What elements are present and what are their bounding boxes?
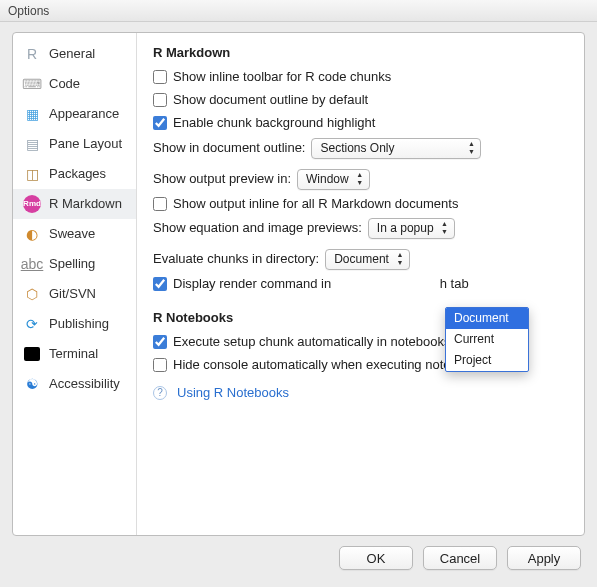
eval-dir-label: Evaluate chunks in directory: [153,250,319,268]
chevron-updown-icon [395,251,405,267]
spelling-icon: abc [23,255,41,273]
chevron-updown-icon [355,171,365,187]
dropdown-option-current[interactable]: Current [446,329,528,350]
package-icon: ◫ [23,165,41,183]
sidebar-item-label: Pane Layout [49,136,122,152]
sidebar-item-label: Packages [49,166,106,182]
chunk-bg-label: Enable chunk background highlight [173,114,375,132]
sweave-icon: ◐ [23,225,41,243]
inline-toolbar-label: Show inline toolbar for R code chunks [173,68,391,86]
terminal-icon [23,345,41,363]
display-render-label: Display render command in ______________… [173,275,469,293]
section-title-rmarkdown: R Markdown [153,45,568,60]
display-render-checkbox[interactable] [153,277,167,291]
accessibility-icon: ☯ [23,375,41,393]
dropdown-option-document[interactable]: Document [446,308,528,329]
window-title: Options [8,4,49,18]
chunk-bg-checkbox[interactable] [153,116,167,130]
inline-toolbar-checkbox[interactable] [153,70,167,84]
options-sidebar: R General ⌨ Code ▦ Appearance ▤ Pane Lay… [13,33,137,535]
window-body: R General ⌨ Code ▦ Appearance ▤ Pane Lay… [0,22,597,578]
chevron-updown-icon [440,220,450,236]
eval-dir-dropdown-popup: Document Current Project [445,307,529,372]
sidebar-item-appearance[interactable]: ▦ Appearance [13,99,136,129]
sidebar-item-label: Appearance [49,106,119,122]
window-titlebar: Options [0,0,597,22]
sidebar-item-sweave[interactable]: ◐ Sweave [13,219,136,249]
sidebar-item-spelling[interactable]: abc Spelling [13,249,136,279]
sidebar-item-label: Code [49,76,80,92]
sidebar-item-label: Accessibility [49,376,120,392]
r-logo-icon: R [23,45,41,63]
exec-setup-checkbox[interactable] [153,335,167,349]
select-value: Sections Only [320,140,394,157]
eq-img-preview-label: Show equation and image previews: [153,219,362,237]
hide-console-checkbox[interactable] [153,358,167,372]
sidebar-item-general[interactable]: R General [13,39,136,69]
doc-outline-default-checkbox[interactable] [153,93,167,107]
select-value: In a popup [377,220,434,237]
apply-button[interactable]: Apply [507,546,581,570]
dropdown-option-project[interactable]: Project [446,350,528,371]
sidebar-item-label: Spelling [49,256,95,272]
sidebar-item-label: General [49,46,95,62]
sidebar-item-label: Terminal [49,346,98,362]
sidebar-item-r-markdown[interactable]: Rmd R Markdown [13,189,136,219]
rmarkdown-icon: Rmd [23,195,41,213]
paint-icon: ▦ [23,105,41,123]
code-icon: ⌨ [23,75,41,93]
sidebar-item-packages[interactable]: ◫ Packages [13,159,136,189]
publish-icon: ⟳ [23,315,41,333]
main-frame: R General ⌨ Code ▦ Appearance ▤ Pane Lay… [12,32,585,536]
output-preview-label: Show output preview in: [153,170,291,188]
output-inline-label: Show output inline for all R Markdown do… [173,195,458,213]
exec-setup-label: Execute setup chunk automatically in not… [173,333,451,351]
sidebar-item-accessibility[interactable]: ☯ Accessibility [13,369,136,399]
show-in-outline-label: Show in document outline: [153,139,305,157]
show-in-outline-select[interactable]: Sections Only [311,138,481,159]
eq-img-preview-select[interactable]: In a popup [368,218,455,239]
sidebar-item-publishing[interactable]: ⟳ Publishing [13,309,136,339]
sidebar-item-label: Git/SVN [49,286,96,302]
dialog-button-bar: OK Cancel Apply [12,536,585,570]
layout-icon: ▤ [23,135,41,153]
using-notebooks-link[interactable]: Using R Notebooks [177,384,289,402]
chevron-updown-icon [466,140,476,156]
doc-outline-default-label: Show document outline by default [173,91,368,109]
sidebar-item-label: Sweave [49,226,95,242]
output-preview-select[interactable]: Window [297,169,370,190]
sidebar-item-label: Publishing [49,316,109,332]
help-icon: ? [153,386,167,400]
select-value: Window [306,171,349,188]
content-pane: R Markdown Show inline toolbar for R cod… [137,33,584,535]
sidebar-item-terminal[interactable]: Terminal [13,339,136,369]
sidebar-item-label: R Markdown [49,196,122,212]
git-icon: ⬡ [23,285,41,303]
sidebar-item-code[interactable]: ⌨ Code [13,69,136,99]
sidebar-item-git-svn[interactable]: ⬡ Git/SVN [13,279,136,309]
ok-button[interactable]: OK [339,546,413,570]
eval-dir-select[interactable]: Document [325,249,410,270]
sidebar-item-pane-layout[interactable]: ▤ Pane Layout [13,129,136,159]
output-inline-checkbox[interactable] [153,197,167,211]
select-value: Document [334,251,389,268]
cancel-button[interactable]: Cancel [423,546,497,570]
